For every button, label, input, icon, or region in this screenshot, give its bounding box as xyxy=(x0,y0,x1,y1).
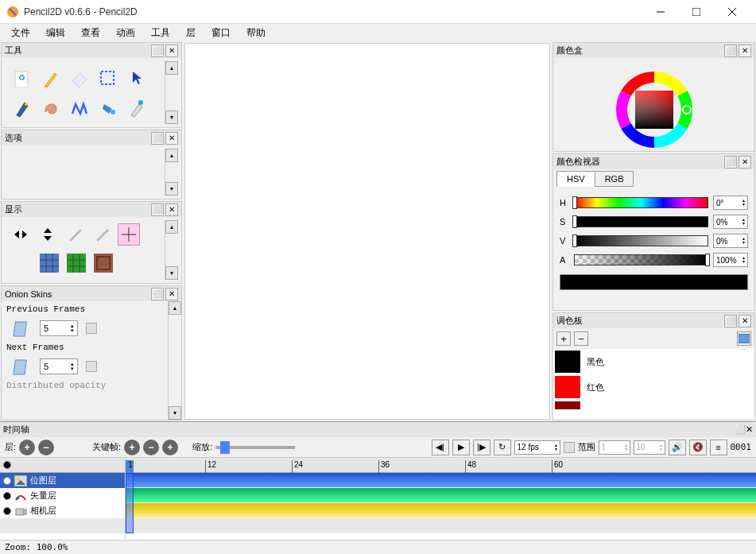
maximize-button[interactable] xyxy=(678,1,714,23)
track-area[interactable]: 1 12 24 36 48 60 xyxy=(126,458,756,540)
menu-window[interactable]: 窗口 xyxy=(204,25,238,41)
canvas[interactable] xyxy=(184,43,550,420)
grid-button[interactable] xyxy=(118,223,140,246)
play-button[interactable]: ▶ xyxy=(452,440,470,455)
a-slider[interactable] xyxy=(574,254,708,265)
tab-hsv[interactable]: HSV xyxy=(556,171,595,187)
last-frame-button[interactable]: |▶ xyxy=(473,440,490,455)
eyedropper-tool[interactable] xyxy=(124,95,148,119)
next-frames-checkbox[interactable] xyxy=(86,361,97,372)
track-camera[interactable] xyxy=(126,503,756,518)
timeline-zoom-slider[interactable] xyxy=(215,446,295,449)
close-icon[interactable]: ✕ xyxy=(739,315,751,327)
track-vector[interactable] xyxy=(126,488,756,503)
float-icon[interactable]: ⬜ xyxy=(724,45,737,57)
timeline-ruler[interactable]: 1 12 24 36 48 60 xyxy=(126,458,756,473)
layer-visibility-icon[interactable] xyxy=(3,492,11,500)
display-scrollbar[interactable]: ▴▾ xyxy=(165,220,178,280)
palette-view-button[interactable] xyxy=(737,331,751,346)
close-icon[interactable]: ✕ xyxy=(746,424,753,435)
range-end-input[interactable]: 10▴▾ xyxy=(634,440,665,455)
sound-off-button[interactable]: 🔇 xyxy=(689,440,707,455)
tab-rgb[interactable]: RGB xyxy=(595,171,634,187)
float-icon[interactable]: ⬜ xyxy=(724,315,737,327)
layer-visibility-icon[interactable] xyxy=(3,507,11,515)
thirds-grid-button[interactable] xyxy=(38,252,60,274)
layer-item-vector[interactable]: 矢量层 xyxy=(0,488,125,503)
pen-tool[interactable] xyxy=(10,95,33,119)
menu-edit[interactable]: 编辑 xyxy=(38,25,73,41)
polyline-tool[interactable] xyxy=(67,95,91,119)
close-icon[interactable]: ✕ xyxy=(739,45,751,57)
range-start-input[interactable]: 1▴▾ xyxy=(599,440,630,455)
safe-area-button[interactable] xyxy=(92,252,114,274)
remove-color-button[interactable]: − xyxy=(574,331,588,346)
close-icon[interactable]: ✕ xyxy=(739,156,751,169)
menu-icon[interactable]: ≡ xyxy=(710,440,727,455)
select-tool[interactable] xyxy=(95,66,119,90)
v-value[interactable]: 0%▴▾ xyxy=(713,234,748,248)
float-icon[interactable]: ⬜ xyxy=(735,424,746,435)
menu-view[interactable]: 查看 xyxy=(73,25,108,41)
color-wheel[interactable] xyxy=(611,66,698,151)
v-slider[interactable] xyxy=(574,235,708,246)
first-frame-button[interactable]: ◀| xyxy=(432,440,449,455)
palette-item[interactable]: 红色 xyxy=(553,374,754,400)
menu-help[interactable]: 帮助 xyxy=(238,25,273,41)
s-value[interactable]: 0%▴▾ xyxy=(713,215,748,229)
h-value[interactable]: 0°▴▾ xyxy=(713,196,748,210)
golden-grid-button[interactable] xyxy=(65,252,87,274)
float-icon[interactable]: ⬜ xyxy=(151,288,164,300)
track-bitmap[interactable] xyxy=(126,473,756,488)
add-keyframe-button[interactable]: + xyxy=(124,440,140,455)
fps-input[interactable]: 12 fps▴▾ xyxy=(514,440,560,455)
move-tool[interactable] xyxy=(124,66,148,90)
bucket-tool[interactable] xyxy=(95,95,119,119)
menu-file[interactable]: 文件 xyxy=(3,25,38,41)
float-icon[interactable]: ⬜ xyxy=(151,203,164,216)
float-icon[interactable]: ⬜ xyxy=(151,132,164,145)
prev-frames-spinner[interactable]: 5▴▾ xyxy=(40,320,78,336)
close-button[interactable] xyxy=(714,1,750,23)
palette-item[interactable] xyxy=(553,400,754,411)
layer-item-camera[interactable]: 相机层 xyxy=(0,503,125,518)
add-layer-button[interactable]: + xyxy=(19,440,35,455)
prev-frames-checkbox[interactable] xyxy=(86,323,97,334)
menu-tools[interactable]: 工具 xyxy=(143,25,178,41)
smudge-tool[interactable] xyxy=(38,95,62,119)
options-scrollbar[interactable]: ▴▾ xyxy=(165,149,178,196)
range-checkbox[interactable] xyxy=(564,442,575,453)
add-color-button[interactable]: + xyxy=(556,331,571,346)
h-slider[interactable] xyxy=(574,197,708,208)
remove-layer-button[interactable]: − xyxy=(38,440,54,455)
clear-tool[interactable]: ♻ xyxy=(10,66,33,90)
onion-scrollbar[interactable]: ▴▾ xyxy=(168,301,181,420)
minimize-button[interactable] xyxy=(642,1,678,23)
close-icon[interactable]: ✕ xyxy=(165,203,178,216)
s-slider[interactable] xyxy=(574,216,708,227)
layer-visibility-icon[interactable] xyxy=(3,477,11,485)
playhead[interactable] xyxy=(126,473,134,533)
tools-scrollbar[interactable]: ▴▾ xyxy=(165,61,178,124)
layer-visibility-all[interactable] xyxy=(3,461,11,469)
palette-item[interactable]: 黑色 xyxy=(553,349,754,374)
float-icon[interactable]: ⬜ xyxy=(151,45,164,57)
sound-on-button[interactable]: 🔊 xyxy=(669,440,686,455)
a-value[interactable]: 100%▴▾ xyxy=(713,253,748,267)
close-icon[interactable]: ✕ xyxy=(165,288,178,300)
next-onion-button[interactable] xyxy=(91,223,113,246)
eraser-tool[interactable] xyxy=(67,66,91,90)
next-frames-spinner[interactable]: 5▴▾ xyxy=(40,358,78,374)
pencil-tool[interactable] xyxy=(38,66,62,90)
menu-animation[interactable]: 动画 xyxy=(108,25,143,41)
layer-item-bitmap[interactable]: 位图层 xyxy=(0,473,125,488)
menu-layer[interactable]: 层 xyxy=(178,25,204,41)
prev-onion-button[interactable] xyxy=(64,223,86,246)
loop-button[interactable]: ↻ xyxy=(494,440,511,455)
close-icon[interactable]: ✕ xyxy=(165,132,178,145)
duplicate-keyframe-button[interactable]: + xyxy=(162,440,178,455)
remove-keyframe-button[interactable]: − xyxy=(143,440,159,455)
float-icon[interactable]: ⬜ xyxy=(724,156,737,169)
mirror-v-button[interactable] xyxy=(37,223,59,246)
close-icon[interactable]: ✕ xyxy=(165,45,178,57)
